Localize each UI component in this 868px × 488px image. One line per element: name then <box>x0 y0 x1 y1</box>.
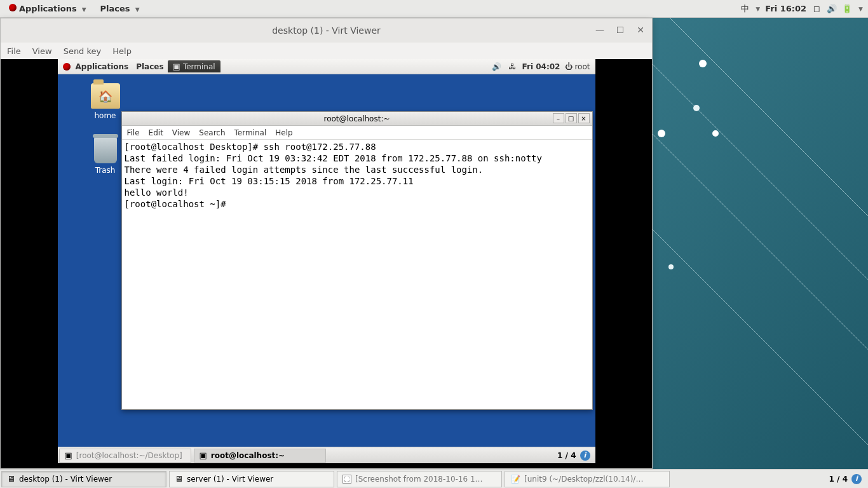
terminal-icon: ▣ <box>173 62 180 71</box>
volume-icon[interactable]: 🔊 <box>492 62 502 72</box>
virt-viewer-menubar: File View Send key Help <box>1 43 652 59</box>
task-label: [Screenshot from 2018-10-16 1… <box>355 475 483 484</box>
ime-indicator[interactable]: 中 <box>741 3 749 15</box>
terminal-output[interactable]: [root@localhost Desktop]# ssh root@172.2… <box>122 140 592 409</box>
editor-icon: 📝 <box>510 474 520 484</box>
info-icon[interactable]: i <box>580 451 590 461</box>
vm-user-label: root <box>574 62 590 71</box>
desktop-icon-label: home <box>94 111 116 120</box>
vm-bottom-panel: ▣ [root@localhost:~/Desktop] ▣ root@loca… <box>58 447 595 463</box>
host-task-button[interactable]: 📝 [unit9 (~/Desktop/zzl(10.14)/… <box>505 471 670 487</box>
task-label: server (1) - Virt Viewer <box>187 475 273 484</box>
trash-icon <box>94 137 117 163</box>
task-label: desktop (1) - Virt Viewer <box>19 475 112 484</box>
virt-viewer-window: desktop (1) - Virt Viewer — ☐ ✕ File Vie… <box>0 18 653 469</box>
network-icon[interactable]: 🖧 <box>507 62 517 72</box>
maximize-button[interactable]: □ <box>566 113 577 123</box>
vm-active-task-label: Terminal <box>183 62 215 71</box>
task-label: root@localhost:~ <box>211 451 285 460</box>
virt-viewer-viewport: Applications Places ▣Terminal 🔊 🖧 Fri 04… <box>1 59 652 468</box>
desktop-icon-label: Trash <box>95 166 116 175</box>
battery-icon[interactable]: 🔋 <box>842 4 852 14</box>
task-label: [root@localhost:~/Desktop] <box>76 451 182 460</box>
terminal-titlebar[interactable]: root@localhost:~ – □ × <box>122 112 592 126</box>
term-menu-view[interactable]: View <box>172 128 190 137</box>
host-workspace-indicator[interactable]: 1 / 4 <box>829 475 848 484</box>
maximize-button[interactable]: ☐ <box>613 22 628 37</box>
svg-line-0 <box>665 13 868 216</box>
vm-user-menu[interactable]: ⏻root <box>565 62 590 71</box>
vm-places-menu[interactable]: Places <box>132 62 167 71</box>
terminal-window: root@localhost:~ – □ × File Edit View Se… <box>121 111 593 410</box>
term-menu-edit[interactable]: Edit <box>149 128 163 137</box>
wallpaper-decor <box>639 13 868 458</box>
vv-menu-help[interactable]: Help <box>112 46 132 56</box>
svg-point-5 <box>693 105 700 111</box>
term-menu-terminal[interactable]: Terminal <box>234 128 267 137</box>
monitor-icon: 🖥 <box>175 474 183 484</box>
host-applications-menu[interactable]: Applications▼ <box>5 3 94 15</box>
minimize-button[interactable]: — <box>592 22 607 37</box>
vv-menu-sendkey[interactable]: Send key <box>64 46 102 56</box>
svg-point-6 <box>658 130 665 137</box>
vv-menu-view[interactable]: View <box>32 46 52 56</box>
vm-workspace-indicator[interactable]: 1 / 4 <box>557 451 576 460</box>
image-icon <box>342 475 351 484</box>
a11y-icon[interactable]: ◻ <box>811 4 822 14</box>
host-task-button[interactable]: [Screenshot from 2018-10-16 1… <box>337 471 502 487</box>
host-task-button[interactable]: 🖥 desktop (1) - Virt Viewer <box>1 471 166 487</box>
close-button[interactable]: ✕ <box>633 22 648 37</box>
vm-active-task[interactable]: ▣Terminal <box>168 60 220 72</box>
vm-top-panel: Applications Places ▣Terminal 🔊 🖧 Fri 04… <box>58 59 595 74</box>
monitor-icon: 🖥 <box>7 474 15 484</box>
terminal-title: root@localhost:~ <box>323 114 390 123</box>
host-top-panel: Applications▼ Places▼ 中▼ Fri 16:02 ◻ 🔊 🔋… <box>0 0 868 18</box>
svg-line-1 <box>639 51 868 280</box>
host-places-menu[interactable]: Places▼ <box>97 3 147 15</box>
power-icon: ⏻ <box>565 62 573 71</box>
minimize-button[interactable]: – <box>553 113 564 123</box>
host-clock[interactable]: Fri 16:02 <box>765 4 806 13</box>
term-menu-file[interactable]: File <box>127 128 140 137</box>
close-button[interactable]: × <box>578 113 590 123</box>
svg-point-4 <box>699 60 707 67</box>
terminal-icon: ▣ <box>200 451 207 460</box>
host-task-button[interactable]: 🖥 server (1) - Virt Viewer <box>169 471 334 487</box>
vm-task-button[interactable]: ▣ [root@localhost:~/Desktop] <box>59 449 191 463</box>
svg-point-8 <box>668 264 674 269</box>
svg-line-3 <box>639 216 868 445</box>
redhat-icon <box>63 63 71 71</box>
volume-icon[interactable]: 🔊 <box>827 4 837 14</box>
host-bottom-panel: 🖥 desktop (1) - Virt Viewer 🖥 server (1)… <box>0 469 868 488</box>
task-label: [unit9 (~/Desktop/zzl(10.14)/… <box>524 475 643 484</box>
term-menu-help[interactable]: Help <box>275 128 292 137</box>
vv-menu-file[interactable]: File <box>7 46 21 56</box>
info-icon[interactable]: i <box>851 474 862 484</box>
terminal-menubar: File Edit View Search Terminal Help <box>122 126 592 140</box>
terminal-icon: ▣ <box>65 451 72 460</box>
virt-viewer-titlebar[interactable]: desktop (1) - Virt Viewer — ☐ ✕ <box>1 18 652 43</box>
vm-task-button[interactable]: ▣ root@localhost:~ <box>194 449 326 463</box>
vm-clock[interactable]: Fri 04:02 <box>522 62 560 71</box>
svg-point-7 <box>712 130 719 137</box>
vm-desktop[interactable]: Applications Places ▣Terminal 🔊 🖧 Fri 04… <box>58 59 595 463</box>
virt-viewer-title: desktop (1) - Virt Viewer <box>272 25 381 36</box>
folder-home-icon <box>91 83 120 109</box>
term-menu-search[interactable]: Search <box>199 128 225 137</box>
svg-line-2 <box>646 127 868 349</box>
redhat-icon <box>9 4 17 11</box>
vm-applications-menu[interactable]: Applications <box>59 62 133 71</box>
